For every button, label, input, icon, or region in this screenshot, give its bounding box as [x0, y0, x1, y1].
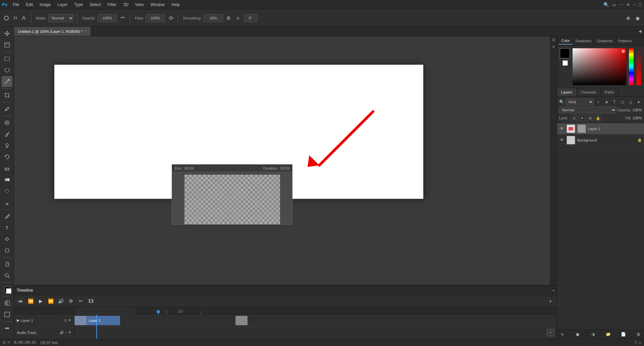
select-rect-tool[interactable] [2, 53, 12, 64]
foreground-color[interactable] [2, 284, 12, 295]
menu-3d[interactable]: 3D [120, 1, 131, 8]
group-layer-button[interactable]: 📁 [605, 331, 611, 338]
options-icon[interactable]: ⋯ [619, 2, 624, 7]
crop-tool[interactable] [2, 90, 12, 101]
add-mask-button[interactable]: ◼ [574, 331, 581, 338]
menu-layer[interactable]: Layer [54, 1, 71, 8]
doc-tab-close-btn[interactable]: × [85, 30, 87, 33]
menu-image[interactable]: Image [36, 1, 54, 8]
timeline-go-start-btn[interactable]: ⏮ [17, 297, 24, 305]
fx-button[interactable]: fx [559, 331, 566, 338]
blur-tool[interactable] [2, 186, 12, 196]
timeline-audio-btn[interactable]: 🔊 [57, 297, 64, 305]
layer1-visibility-icon[interactable]: 👁 [559, 126, 565, 131]
background-color-swatch[interactable] [562, 60, 568, 66]
magic-wand-tool[interactable] [2, 76, 12, 87]
opacity-input[interactable] [98, 14, 117, 22]
kind-select[interactable]: Kind Name Effect [566, 99, 594, 105]
filter-toggle[interactable]: ● [635, 99, 642, 105]
status-icon-2[interactable]: ↗ [7, 340, 10, 345]
angle-input[interactable] [244, 14, 257, 22]
track-audio-menu-icon[interactable]: ♪ [65, 331, 67, 334]
add-audio-track-btn[interactable]: + [547, 329, 554, 336]
filter-pixel-icon[interactable]: ▪ [595, 99, 602, 105]
quick-mask-icon[interactable] [2, 298, 12, 308]
delete-layer-button[interactable]: 🗑 [635, 331, 642, 338]
eyedropper-tool[interactable] [2, 104, 12, 114]
foreground-color-swatch[interactable] [560, 48, 570, 58]
timeline-play-btn[interactable]: ▶ [37, 297, 44, 305]
tab-patterns[interactable]: Patterns [615, 38, 635, 44]
timeline-collapse-icon[interactable]: ▪ [553, 288, 554, 293]
filter-adjust-icon[interactable]: ◈ [603, 99, 610, 105]
track-label-audio[interactable]: Audio Track 🔊 ♪ ▼ [14, 327, 74, 339]
smoothing-settings-icon[interactable]: ⚙ [225, 14, 232, 22]
workspace-icon[interactable]: ▭ [612, 2, 616, 7]
track-audio-expand-icon[interactable]: ▼ [68, 331, 71, 334]
symmetry-icon[interactable]: ⊕ [625, 14, 632, 22]
lock-position-btn[interactable]: ✦ [579, 115, 585, 121]
pen-tool[interactable] [2, 211, 12, 222]
brush-tool[interactable] [2, 129, 12, 139]
lasso-tool[interactable] [2, 65, 12, 75]
status-icon-1[interactable]: ⊡ [3, 340, 6, 345]
search-icon[interactable]: 🔍 [603, 2, 609, 7]
timeline-step-fwd-btn[interactable]: ⏩ [47, 297, 54, 305]
maximize-icon[interactable]: □ [639, 2, 641, 7]
adjustment-layer-button[interactable]: ◑ [590, 331, 596, 338]
pb-down-icon[interactable]: ▽ [635, 340, 637, 345]
track-menu-icon[interactable]: ▼ [68, 319, 71, 322]
pressure-opacity-icon[interactable] [119, 14, 126, 22]
layer1-end-thumb[interactable] [235, 316, 248, 325]
menu-window[interactable]: Window [147, 1, 168, 8]
filter-type-icon[interactable]: T [611, 99, 618, 105]
pressure-size-icon[interactable]: ◉ [634, 14, 641, 22]
menu-select[interactable]: Select [86, 1, 104, 8]
brush-preset-picker[interactable] [3, 14, 10, 22]
eraser-tool[interactable] [2, 163, 12, 174]
track-audio-mute-icon[interactable]: 🔊 [60, 331, 64, 334]
tab-gradients[interactable]: Gradients [594, 38, 615, 44]
pb-up-icon[interactable]: △ [639, 340, 641, 345]
timeline-add-btn[interactable]: + [547, 297, 554, 305]
menu-file[interactable]: File [9, 1, 22, 8]
menu-type[interactable]: Type [71, 1, 86, 8]
minimize-icon[interactable]: − [633, 2, 636, 7]
menu-help[interactable]: Help [168, 1, 183, 8]
tab-color[interactable]: Color [558, 37, 573, 45]
artboard-tool[interactable] [2, 40, 12, 50]
timeline-step-back-btn[interactable]: ⏪ [27, 297, 34, 305]
panel-mini-icon-1[interactable]: ⊡ [552, 38, 555, 42]
color-hue-slider[interactable] [629, 48, 634, 85]
mode-select[interactable]: Normal Dissolve Multiply [48, 14, 74, 22]
clone-stamp-tool[interactable] [2, 140, 12, 151]
extra-tools-icon[interactable] [2, 323, 12, 334]
track-expand-icon[interactable]: ▶ [17, 318, 19, 323]
background-visibility-icon[interactable]: 👁 [559, 137, 565, 143]
filter-smart-icon[interactable]: ◬ [627, 99, 634, 105]
timeline-settings-btn[interactable]: ⚙ [67, 297, 74, 305]
lock-pixels-btn[interactable]: ⊡ [571, 115, 577, 121]
hand-tool[interactable] [2, 259, 12, 270]
track-label-layer1[interactable]: ▶ Layer 1 ⊡ ▼ [14, 314, 74, 327]
blend-mode-select[interactable]: Normal Dissolve Multiply [559, 107, 616, 113]
shape-tool[interactable] [2, 245, 12, 256]
history-brush-tool[interactable] [2, 152, 12, 162]
flow-input[interactable] [146, 14, 165, 22]
timeline-film-btn[interactable]: 🎞 [87, 297, 95, 305]
layer1-timeline-bar[interactable]: Layer 1 [87, 316, 120, 325]
panel-collapse-icon[interactable]: ◀ [639, 29, 641, 34]
dodge-tool[interactable] [2, 197, 12, 208]
menu-view[interactable]: View [132, 1, 147, 8]
airbrush-icon[interactable] [167, 14, 174, 22]
gradient-tool[interactable] [2, 174, 12, 185]
timeline-playhead[interactable] [96, 314, 97, 339]
filter-shape-icon[interactable]: ◻ [619, 99, 626, 105]
color-gradient-picker[interactable] [573, 48, 626, 85]
layer1-keyframe-thumb[interactable] [74, 316, 87, 325]
layer-item-background[interactable]: 👁 Background 🔒 [557, 134, 644, 146]
type-tool[interactable]: T [2, 222, 12, 233]
tab-swatches[interactable]: Swatches [573, 38, 594, 44]
menu-edit[interactable]: Edit [22, 1, 36, 8]
zoom-tool[interactable] [2, 270, 12, 281]
